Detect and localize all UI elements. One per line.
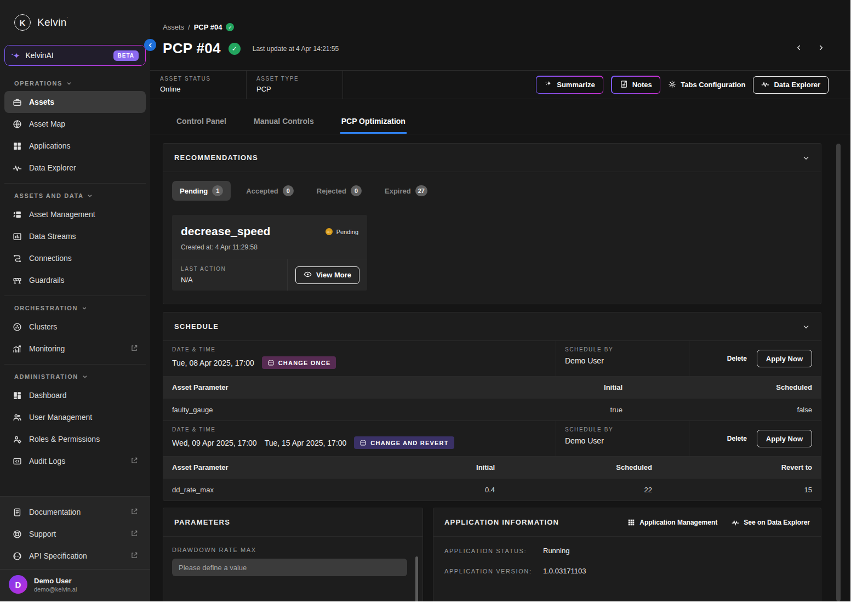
pending-count-badge: 1 xyxy=(212,185,223,196)
application-management-link[interactable]: Application Management xyxy=(627,519,717,526)
sidebar-item-asset-management[interactable]: Asset Management xyxy=(4,203,146,225)
grid-icon xyxy=(12,141,22,151)
apply-now-button[interactable]: Apply Now xyxy=(757,430,812,447)
tab-pcp-optimization[interactable]: PCP Optimization xyxy=(340,113,407,134)
page-title: PCP #04 xyxy=(163,40,221,57)
filter-pending[interactable]: Pending 1 xyxy=(172,181,231,201)
sidebar-item-guardrails[interactable]: Guardrails xyxy=(4,269,146,291)
see-on-data-explorer-link[interactable]: See on Data Explorer xyxy=(732,519,810,526)
sidebar-item-api-specification[interactable]: API Specification xyxy=(4,545,146,567)
collapse-recommendations-button[interactable] xyxy=(802,154,810,162)
grid-small-icon xyxy=(627,519,635,526)
user-gear-icon xyxy=(12,434,22,444)
external-link-icon xyxy=(130,552,138,561)
title-row: PCP #04 ✓ Last update at 4 Apr 14:21:55 xyxy=(150,31,850,57)
application-version-value: 1.0.03171103 xyxy=(543,567,586,575)
main-scrollbar[interactable] xyxy=(836,144,841,601)
status-check-icon: ✓ xyxy=(229,43,241,55)
filter-accepted[interactable]: Accepted 0 xyxy=(238,181,301,201)
api-icon xyxy=(12,551,22,561)
summarize-button[interactable]: Summarize xyxy=(536,77,602,93)
sidebar-item-user-management[interactable]: User Management xyxy=(4,406,146,428)
tabs: Control Panel Manual Controls PCP Optimi… xyxy=(150,113,850,134)
sidebar-item-audit-logs[interactable]: Audit Logs xyxy=(4,450,146,472)
section-header-operations[interactable]: OPERATIONS xyxy=(4,75,146,91)
schedule-datetime-field: DATE & TIME Wed, 09 Apr 2025, 17:00 Tue,… xyxy=(163,421,556,456)
sidebar-item-kelvinai[interactable]: •✦ KelvinAI BETA xyxy=(4,45,146,66)
sidebar-item-roles-permissions[interactable]: Roles & Permissions xyxy=(4,428,146,450)
application-information-title: APPLICATION INFORMATION xyxy=(444,518,559,526)
code-box-icon xyxy=(12,456,22,466)
last-action-value: N/A xyxy=(181,276,278,284)
change-and-revert-badge: CHANGE AND REVERT xyxy=(354,436,454,449)
delete-schedule-button[interactable]: Delete xyxy=(727,435,747,442)
sidebar-item-data-explorer[interactable]: Data Explorer xyxy=(4,157,146,179)
user-menu[interactable]: D Demo User demo@kelvin.ai xyxy=(0,569,150,601)
delete-schedule-button[interactable]: Delete xyxy=(727,355,747,362)
sidebar-item-asset-map[interactable]: Asset Map xyxy=(4,113,146,135)
schedule-title: SCHEDULE xyxy=(174,322,219,331)
recommendation-name: decrease_speed xyxy=(181,225,270,238)
schedule-by-value: Demo User xyxy=(565,436,604,445)
parameter-initial: true xyxy=(401,406,631,414)
tabs-configuration-button[interactable]: Tabs Configuration xyxy=(668,76,745,94)
sidebar-collapse-button[interactable] xyxy=(144,39,156,51)
waveform-icon xyxy=(761,80,769,90)
drawdown-rate-max-input[interactable] xyxy=(172,559,407,576)
application-information-header: APPLICATION INFORMATION Application Mana… xyxy=(433,508,821,536)
bar-chart-icon xyxy=(12,231,22,241)
recommendation-filters: Pending 1 Accepted 0 Rejected 0 Expired … xyxy=(163,172,821,209)
apply-now-button[interactable]: Apply Now xyxy=(757,350,812,367)
sidebar-item-dashboard[interactable]: Dashboard xyxy=(4,384,146,406)
sidebar-item-clusters[interactable]: Clusters xyxy=(4,316,146,338)
tab-content: RECOMMENDATIONS Pending 1 Accepted 0 Rej… xyxy=(150,134,850,601)
app-window: K Kelvin˙ •✦ KelvinAI BETA OPERATIONS As… xyxy=(0,0,850,601)
sidebar-item-support[interactable]: Support xyxy=(4,523,146,545)
logo-mark: ˙ xyxy=(67,16,69,22)
chevron-down-icon xyxy=(87,193,93,198)
filter-rejected[interactable]: Rejected 0 xyxy=(309,181,369,201)
chevron-right-icon xyxy=(817,44,825,52)
view-more-button[interactable]: View More xyxy=(295,266,359,284)
recommendation-created-at: Created at: 4 Apr 11:29:58 xyxy=(181,243,358,251)
parameters-title: PARAMETERS xyxy=(174,518,230,526)
beta-badge: BETA xyxy=(113,50,139,61)
data-explorer-button[interactable]: Data Explorer xyxy=(753,76,829,94)
schedule-table-row: dd_rate_max 0.4 22 15 xyxy=(163,479,821,501)
pending-status-icon xyxy=(326,228,333,235)
asset-management-icon xyxy=(12,209,22,219)
breadcrumb-assets-link[interactable]: Assets xyxy=(163,23,184,31)
section-header-administration[interactable]: ADMINISTRATION xyxy=(4,368,146,384)
section-header-orchestration[interactable]: ORCHESTRATION xyxy=(4,299,146,316)
nav-section-orchestration: ORCHESTRATION Clusters Monitoring xyxy=(4,295,146,360)
recommendation-status-badge: Pending xyxy=(326,228,358,235)
notes-button[interactable]: Notes xyxy=(612,77,660,93)
tab-control-panel[interactable]: Control Panel xyxy=(175,113,227,134)
section-header-assets-and-data[interactable]: ASSETS AND DATA xyxy=(4,187,146,203)
schedule-panel: SCHEDULE DATE & TIME Tue, 08 Apr 2025, 1… xyxy=(163,312,821,501)
prev-asset-button[interactable] xyxy=(794,43,804,54)
sidebar-item-monitoring[interactable]: Monitoring xyxy=(4,338,146,360)
tab-manual-controls[interactable]: Manual Controls xyxy=(253,113,315,134)
parameters-scrollbar[interactable] xyxy=(415,556,418,601)
sidebar-item-applications[interactable]: Applications xyxy=(4,135,146,157)
users-icon xyxy=(12,412,22,422)
parameter-initial: 0.4 xyxy=(339,486,504,494)
sidebar-item-assets[interactable]: Assets xyxy=(4,91,146,113)
parameter-name: faulty_gauge xyxy=(163,406,401,414)
filter-expired[interactable]: Expired 27 xyxy=(377,181,435,201)
chevron-left-icon xyxy=(795,44,803,52)
collapse-schedule-button[interactable] xyxy=(802,323,810,331)
barrier-icon xyxy=(12,275,22,285)
schedule-entry: DATE & TIME Tue, 08 Apr 2025, 17:00 CHAN… xyxy=(163,340,821,377)
sidebar: K Kelvin˙ •✦ KelvinAI BETA OPERATIONS As… xyxy=(0,0,150,601)
sidebar-item-connections[interactable]: Connections xyxy=(4,247,146,269)
sparkles-icon: •✦ xyxy=(12,52,20,60)
chevron-down-icon xyxy=(66,81,72,86)
sidebar-item-data-streams[interactable]: Data Streams xyxy=(4,225,146,247)
parameter-name: dd_rate_max xyxy=(163,486,339,494)
sidebar-item-documentation[interactable]: Documentation xyxy=(4,501,146,523)
next-asset-button[interactable] xyxy=(816,43,826,54)
waveform-icon xyxy=(732,519,739,526)
bottom-row: PARAMETERS DRAWDOWN RATE MAX APPLICATION… xyxy=(163,508,821,601)
